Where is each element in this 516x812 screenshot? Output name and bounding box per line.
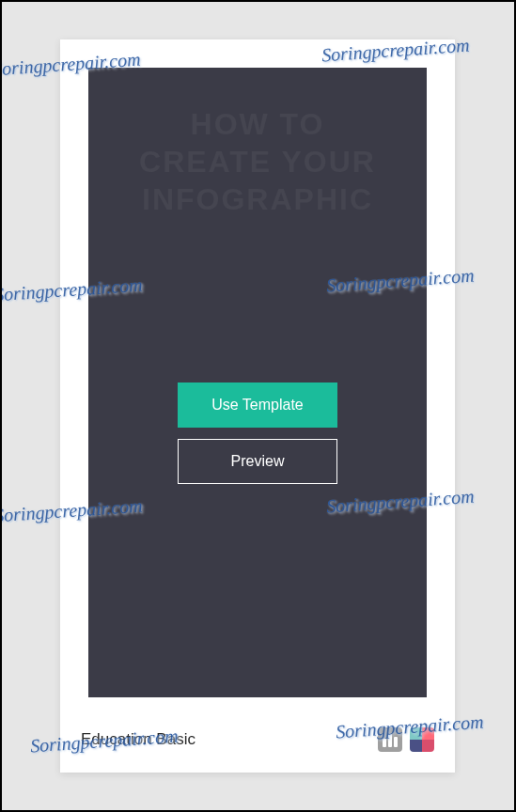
template-thumbnail: HOW TOCREATE YOURINFOGRAPHIC Use Templat…	[88, 68, 427, 697]
overlay-buttons: Use Template Preview	[178, 383, 337, 484]
chart-type-icon[interactable]	[378, 727, 402, 752]
template-card: HOW TOCREATE YOURINFOGRAPHIC Use Templat…	[60, 39, 455, 773]
use-template-button[interactable]: Use Template	[178, 383, 337, 428]
template-title: Education Basic	[81, 730, 195, 749]
footer-icons	[378, 727, 434, 752]
color-palette-icon[interactable]	[410, 727, 434, 752]
card-footer: Education Basic	[60, 707, 455, 773]
thumbnail-heading: HOW TOCREATE YOURINFOGRAPHIC	[139, 105, 376, 218]
preview-button[interactable]: Preview	[178, 439, 337, 484]
